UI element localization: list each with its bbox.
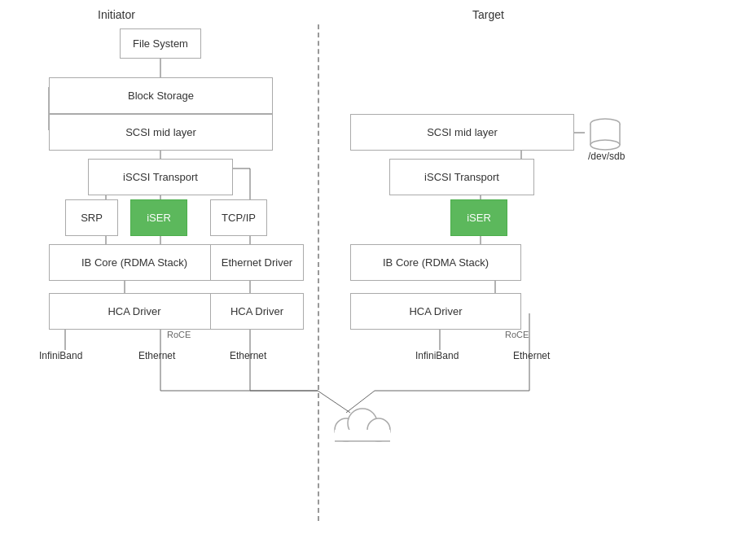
iser-initiator-label: iSER — [147, 212, 171, 224]
ib-core-initiator-label: IB Core (RDMA Stack) — [81, 256, 187, 269]
ethernet-target-label: Ethernet — [513, 350, 550, 361]
scsi-mid-layer-initiator-box: SCSI mid layer — [49, 114, 273, 151]
ib-core-target-box: IB Core (RDMA Stack) — [350, 244, 521, 281]
tcpip-label: TCP/IP — [222, 212, 256, 224]
file-system-label: File System — [133, 37, 188, 50]
iscsi-transport-initiator-box: iSCSI Transport — [88, 159, 233, 195]
roce-target-label: RoCE — [505, 330, 529, 339]
iscsi-transport-target-box: iSCSI Transport — [389, 159, 534, 195]
srp-label: SRP — [81, 212, 103, 224]
iser-target-label: iSER — [467, 212, 491, 224]
ethernet-right-label: Ethernet — [230, 350, 266, 361]
ib-core-target-label: IB Core (RDMA Stack) — [383, 256, 489, 269]
scsi-mid-layer-target-label: SCSI mid layer — [427, 126, 498, 138]
hca-driver-target-box: HCA Driver — [350, 293, 521, 330]
tcpip-box: TCP/IP — [210, 199, 267, 236]
svg-rect-43 — [335, 430, 390, 441]
hca-driver-left-box: HCA Driver — [49, 293, 220, 330]
hca-driver-right-box: HCA Driver — [210, 293, 304, 330]
iser-initiator-box: iSER — [130, 199, 187, 236]
hca-driver-right-label: HCA Driver — [230, 305, 283, 317]
database-icon — [585, 114, 625, 155]
target-label: Target — [472, 8, 504, 21]
ethernet-driver-label: Ethernet Driver — [222, 256, 292, 269]
roce-left-label: RoCE — [167, 330, 191, 339]
scsi-mid-layer-target-box: SCSI mid layer — [350, 114, 574, 151]
ib-core-initiator-box: IB Core (RDMA Stack) — [49, 244, 220, 281]
file-system-box: File System — [120, 28, 201, 59]
hca-driver-target-label: HCA Driver — [409, 305, 462, 317]
block-storage-label: Block Storage — [128, 90, 194, 102]
ethernet-driver-box: Ethernet Driver — [210, 244, 304, 281]
infiniband-target-label: InfiniBand — [415, 350, 459, 361]
svg-point-38 — [590, 140, 620, 150]
infiniband-initiator-label: InfiniBand — [39, 350, 82, 361]
ethernet-left-label: Ethernet — [138, 350, 175, 361]
iscsi-transport-initiator-label: iSCSI Transport — [123, 171, 198, 183]
scsi-mid-layer-initiator-label: SCSI mid layer — [125, 126, 196, 138]
initiator-label: Initiator — [98, 8, 135, 21]
block-storage-box: Block Storage — [49, 77, 273, 114]
center-divider — [318, 24, 319, 521]
iser-target-box: iSER — [450, 199, 507, 236]
iscsi-transport-target-label: iSCSI Transport — [424, 171, 499, 183]
hca-driver-left-label: HCA Driver — [108, 305, 160, 317]
srp-box: SRP — [65, 199, 118, 236]
cloud-icon — [322, 399, 403, 448]
diagram: Initiator Target — [0, 0, 733, 560]
